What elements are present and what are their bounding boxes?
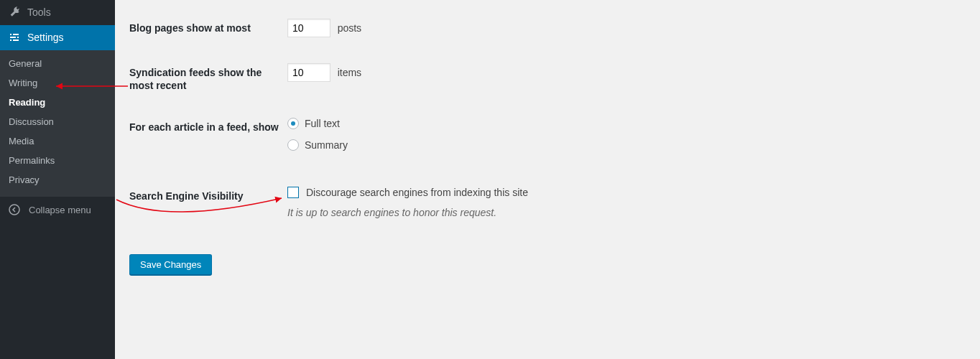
save-button[interactable]: Save Changes: [129, 254, 212, 275]
suffix-items: items: [338, 67, 361, 78]
submenu-reading[interactable]: Reading: [0, 93, 115, 112]
sidebar-item-tools[interactable]: Tools: [0, 0, 115, 25]
row-blog-pages: Blog pages show at most posts: [129, 14, 966, 37]
input-blog-pages[interactable]: [287, 19, 330, 37]
label-syndication: Syndication feeds show the most recent: [129, 59, 287, 92]
submenu-general[interactable]: General: [0, 54, 115, 73]
submenu-media[interactable]: Media: [0, 131, 115, 151]
search-visibility-description: It is up to search engines to honor this…: [287, 207, 966, 218]
wrench-icon: [7, 5, 22, 19]
checkbox-row-discourage[interactable]: Discourage search engines from indexing …: [287, 187, 966, 198]
label-article-feed: For each article in a feed, show: [129, 113, 287, 161]
submenu-writing[interactable]: Writing: [0, 73, 115, 93]
sidebar-settings-label: Settings: [27, 32, 64, 43]
label-search-visibility: Search Engine Visibility: [129, 182, 287, 218]
sidebar-item-settings[interactable]: Settings: [0, 25, 115, 50]
checkbox-discourage-label: Discourage search engines from indexing …: [306, 187, 528, 198]
collapse-label: Collapse menu: [29, 205, 91, 215]
sidebar-tools-label: Tools: [27, 6, 51, 18]
collapse-menu[interactable]: Collapse menu: [0, 197, 115, 223]
settings-submenu: General Writing Reading Discussion Media…: [0, 50, 115, 197]
radio-fulltext-label: Full text: [305, 118, 340, 129]
sliders-icon: [7, 30, 22, 45]
submenu-discussion[interactable]: Discussion: [0, 112, 115, 131]
suffix-posts: posts: [338, 22, 361, 34]
radio-fulltext[interactable]: [287, 118, 299, 129]
collapse-icon: [7, 202, 22, 217]
admin-sidebar: Tools Settings General Writing Reading D…: [0, 0, 115, 359]
radio-summary-label: Summary: [305, 139, 348, 151]
radio-row-fulltext[interactable]: Full text: [287, 118, 966, 129]
radio-summary[interactable]: [287, 139, 299, 151]
settings-form: Blog pages show at most posts Syndicatio…: [129, 14, 966, 275]
radio-row-summary[interactable]: Summary: [287, 139, 966, 151]
svg-point-0: [9, 205, 19, 215]
submenu-permalinks[interactable]: Permalinks: [0, 151, 115, 170]
row-article-feed: For each article in a feed, show Full te…: [129, 113, 966, 161]
main-content: Blog pages show at most posts Syndicatio…: [115, 0, 980, 359]
checkbox-discourage[interactable]: [287, 187, 299, 198]
submenu-privacy[interactable]: Privacy: [0, 170, 115, 190]
row-syndication: Syndication feeds show the most recent i…: [129, 59, 966, 92]
input-syndication[interactable]: [287, 63, 330, 82]
label-blog-pages: Blog pages show at most: [129, 14, 287, 37]
row-search-visibility: Search Engine Visibility Discourage sear…: [129, 182, 966, 218]
